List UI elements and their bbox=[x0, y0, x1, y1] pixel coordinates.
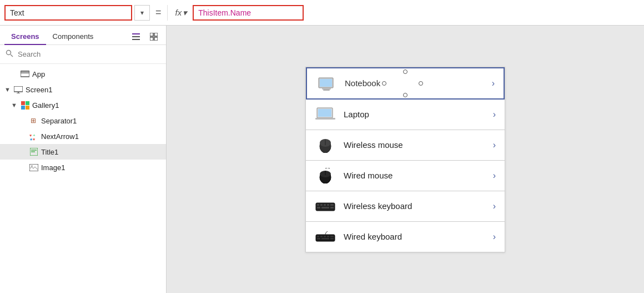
tab-components[interactable]: Components bbox=[46, 29, 100, 45]
expand-arrow-screen1: ▼ bbox=[4, 86, 11, 93]
app-icon bbox=[20, 69, 30, 79]
tree-item-app[interactable]: App bbox=[0, 66, 166, 82]
gallery-item-wireless-mouse[interactable]: Wireless mouse › bbox=[306, 130, 505, 161]
svg-rect-3 bbox=[150, 33, 153, 36]
svg-rect-10 bbox=[21, 71, 29, 73]
image-icon bbox=[29, 162, 39, 172]
tree-label-screen1: Screen1 bbox=[26, 86, 52, 94]
property-section: ▾ bbox=[4, 5, 150, 21]
gallery-item-notebook[interactable]: Notebook › bbox=[306, 67, 505, 100]
tree-item-separator1[interactable]: ⊞ Separator1 bbox=[0, 113, 166, 128]
svg-rect-27 bbox=[323, 90, 330, 91]
wireless-mouse-arrow: › bbox=[493, 140, 496, 150]
tree-label-title1: Title1 bbox=[41, 148, 58, 156]
wired-keyboard-arrow: › bbox=[493, 232, 496, 242]
svg-rect-45 bbox=[330, 207, 334, 208]
laptop-label: Laptop bbox=[344, 110, 485, 119]
wireless-mouse-label: Wireless mouse bbox=[344, 140, 485, 150]
svg-rect-42 bbox=[330, 204, 334, 206]
svg-rect-44 bbox=[321, 207, 329, 208]
wired-keyboard-image bbox=[315, 229, 336, 245]
svg-rect-26 bbox=[322, 88, 331, 90]
handle-top bbox=[403, 69, 407, 74]
property-input[interactable] bbox=[4, 5, 132, 21]
svg-rect-11 bbox=[14, 86, 23, 92]
svg-rect-30 bbox=[315, 118, 335, 120]
svg-rect-1 bbox=[132, 36, 140, 37]
tree-area: App ▼ Screen1 ▼ bbox=[0, 64, 166, 293]
separator-icon: ⊞ bbox=[29, 116, 39, 126]
svg-rect-29 bbox=[318, 109, 331, 117]
svg-rect-49 bbox=[324, 236, 326, 237]
nextarrow-icon: ♥ + ★ ♥ bbox=[29, 131, 39, 141]
gallery-widget: Notebook › bbox=[305, 67, 505, 252]
gallery-item-laptop[interactable]: Laptop › bbox=[306, 100, 505, 130]
svg-rect-38 bbox=[317, 204, 319, 206]
property-chevron[interactable]: ▾ bbox=[134, 5, 150, 21]
wired-mouse-label: Wired mouse bbox=[344, 171, 485, 180]
tree-item-title1[interactable]: Title1 bbox=[0, 144, 166, 160]
svg-rect-47 bbox=[317, 236, 319, 237]
svg-rect-51 bbox=[330, 236, 334, 237]
svg-rect-6 bbox=[154, 37, 158, 41]
tree-label-separator1: Separator1 bbox=[41, 117, 77, 125]
svg-text:♥: ♥ bbox=[33, 137, 35, 141]
svg-rect-25 bbox=[320, 79, 332, 87]
svg-point-7 bbox=[7, 51, 11, 55]
svg-line-8 bbox=[11, 54, 13, 57]
laptop-arrow: › bbox=[493, 110, 496, 120]
formula-input[interactable] bbox=[193, 5, 304, 21]
notebook-image bbox=[316, 75, 337, 92]
screen-icon bbox=[13, 85, 23, 95]
tree-item-image1[interactable]: Image1 bbox=[0, 160, 166, 175]
tab-icons bbox=[128, 29, 162, 44]
svg-rect-39 bbox=[320, 204, 323, 206]
notebook-label: Notebook bbox=[345, 78, 484, 88]
fx-button[interactable]: fx ▾ bbox=[172, 6, 191, 20]
gallery-item-wired-mouse[interactable]: Wired mouse › bbox=[306, 161, 505, 191]
expand-arrow-gallery1: ▼ bbox=[11, 102, 18, 108]
svg-rect-48 bbox=[320, 236, 323, 237]
chevron-down-icon: ▾ bbox=[140, 9, 144, 17]
grid-view-button[interactable] bbox=[146, 29, 162, 44]
svg-rect-4 bbox=[154, 33, 158, 36]
svg-rect-43 bbox=[317, 207, 320, 208]
wireless-keyboard-label: Wireless keyboard bbox=[344, 201, 485, 211]
svg-rect-2 bbox=[132, 39, 140, 40]
wired-mouse-arrow: › bbox=[493, 171, 496, 181]
search-input[interactable] bbox=[18, 50, 160, 58]
svg-rect-0 bbox=[132, 33, 140, 34]
svg-rect-5 bbox=[150, 37, 153, 41]
wired-keyboard-label: Wired keyboard bbox=[344, 232, 485, 241]
tree-label-image1: Image1 bbox=[41, 163, 65, 172]
notebook-arrow: › bbox=[492, 78, 495, 88]
tab-screens[interactable]: Screens bbox=[4, 29, 46, 45]
wireless-keyboard-image bbox=[315, 198, 336, 215]
handle-bottom bbox=[403, 93, 407, 97]
main-area: Screens Components bbox=[0, 26, 644, 293]
list-view-icon bbox=[132, 33, 140, 41]
fx-label: fx bbox=[175, 8, 182, 17]
canvas-area: Notebook › bbox=[167, 26, 644, 293]
fx-chevron-icon: ▾ bbox=[183, 8, 187, 18]
tree-item-nextarrow1[interactable]: ♥ + ★ ♥ NextArrow1 bbox=[0, 128, 166, 144]
tree-item-gallery1[interactable]: ▼ Gallery1 bbox=[0, 97, 166, 113]
search-icon bbox=[6, 49, 13, 59]
search-box bbox=[0, 45, 166, 64]
gallery-item-wireless-keyboard[interactable]: Wireless keyboard › bbox=[306, 191, 505, 222]
tree-label-gallery1: Gallery1 bbox=[32, 101, 59, 110]
tree-item-screen1[interactable]: ▼ Screen1 bbox=[0, 82, 166, 97]
formula-section: fx ▾ bbox=[167, 5, 640, 21]
svg-rect-41 bbox=[327, 204, 329, 206]
tabs-row: Screens Components bbox=[0, 26, 166, 45]
tree-label-app: App bbox=[32, 70, 45, 78]
gallery-item-wired-keyboard[interactable]: Wired keyboard › bbox=[306, 222, 505, 252]
svg-rect-50 bbox=[327, 236, 329, 237]
formula-bar: ▾ = fx ▾ bbox=[0, 0, 644, 26]
grid-view-icon bbox=[150, 33, 158, 41]
title-icon bbox=[29, 147, 39, 157]
svg-text:⊞: ⊞ bbox=[31, 117, 36, 125]
tree-label-nextarrow1: NextArrow1 bbox=[41, 132, 79, 141]
svg-rect-53 bbox=[321, 238, 329, 240]
list-view-button[interactable] bbox=[128, 29, 144, 44]
